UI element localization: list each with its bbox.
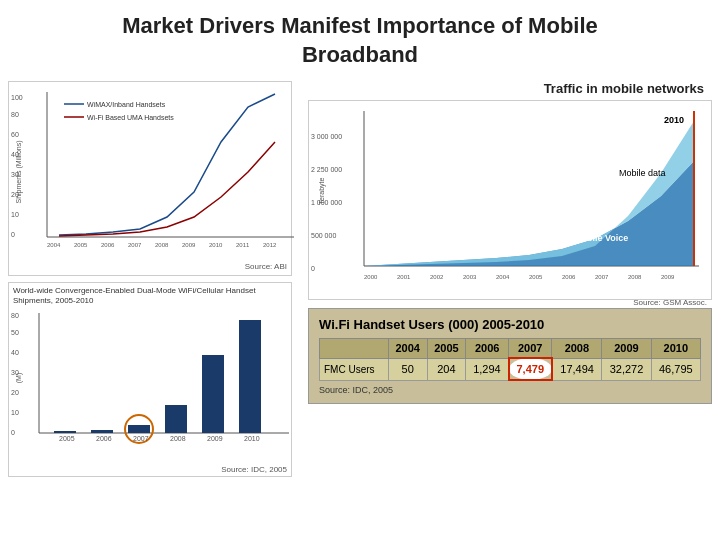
svg-text:50: 50 <box>11 329 19 336</box>
cell-2006: 1,294 <box>466 358 509 380</box>
svg-text:3 000 000: 3 000 000 <box>311 133 342 140</box>
svg-text:2011: 2011 <box>236 242 250 248</box>
svg-text:2009: 2009 <box>207 435 223 442</box>
cell-2005: 204 <box>427 358 466 380</box>
svg-text:80: 80 <box>11 111 19 118</box>
col-header-2007: 2007 <box>509 339 552 359</box>
svg-text:2 250 000: 2 250 000 <box>311 166 342 173</box>
svg-text:0: 0 <box>311 265 315 272</box>
svg-text:2007: 2007 <box>595 274 609 280</box>
svg-text:40: 40 <box>11 349 19 356</box>
svg-text:2010: 2010 <box>244 435 260 442</box>
svg-text:60: 60 <box>11 131 19 138</box>
svg-text:2010: 2010 <box>664 115 684 125</box>
wifi-table-title: Wi.Fi Handset Users (000) 2005-2010 <box>319 317 701 332</box>
cell-2007-highlighted: 7,479 <box>509 358 552 380</box>
traffic-chart-source: Source: GSM Assoc. <box>309 296 711 309</box>
idc-chart-title: World-wide Convergence-Enabled Dual-Mode… <box>9 283 291 308</box>
idc-bar-chart: World-wide Convergence-Enabled Dual-Mode… <box>8 282 292 477</box>
svg-text:100: 100 <box>11 94 23 101</box>
cell-2008: 17,494 <box>552 358 602 380</box>
svg-text:2001: 2001 <box>397 274 411 280</box>
cell-2009: 32,272 <box>602 358 651 380</box>
col-header-2010: 2010 <box>651 339 700 359</box>
page-title: Market Drivers Manifest Importance of Mo… <box>0 0 720 41</box>
svg-text:(M): (M) <box>15 373 23 384</box>
col-header-2009: 2009 <box>602 339 651 359</box>
col-header-label <box>320 339 389 359</box>
cell-2004: 50 <box>388 358 427 380</box>
svg-rect-33 <box>54 431 76 433</box>
svg-text:2008: 2008 <box>628 274 642 280</box>
svg-text:10: 10 <box>11 211 19 218</box>
svg-text:500 000: 500 000 <box>311 232 336 239</box>
svg-text:2006: 2006 <box>96 435 112 442</box>
col-header-2008: 2008 <box>552 339 602 359</box>
svg-text:2007: 2007 <box>128 242 142 248</box>
wifi-table-container: Wi.Fi Handset Users (000) 2005-2010 2004… <box>308 308 712 404</box>
svg-text:2002: 2002 <box>430 274 444 280</box>
svg-text:0: 0 <box>11 231 15 238</box>
cell-2010: 46,795 <box>651 358 700 380</box>
svg-text:2006: 2006 <box>562 274 576 280</box>
svg-text:WiMAX/Inband Handsets: WiMAX/Inband Handsets <box>87 101 166 108</box>
traffic-chart-title: Traffic in mobile networks <box>308 81 712 96</box>
svg-text:Wi-Fi Based UMA Handsets: Wi-Fi Based UMA Handsets <box>87 114 174 121</box>
svg-text:80: 80 <box>11 312 19 319</box>
svg-text:10: 10 <box>11 409 19 416</box>
svg-rect-42 <box>202 355 224 433</box>
svg-text:2009: 2009 <box>182 242 196 248</box>
svg-text:2004: 2004 <box>47 242 61 248</box>
svg-text:2010: 2010 <box>209 242 223 248</box>
svg-text:20: 20 <box>11 389 19 396</box>
svg-text:2009: 2009 <box>661 274 675 280</box>
svg-text:2012: 2012 <box>263 242 277 248</box>
abi-chart-source: Source: ABI <box>9 260 291 273</box>
svg-rect-44 <box>239 320 261 433</box>
col-header-2005: 2005 <box>427 339 466 359</box>
wifi-table: 2004 2005 2006 2007 2008 2009 2010 FMC U… <box>319 338 701 381</box>
svg-rect-35 <box>91 430 113 433</box>
abi-chart: 0 10 20 30 40 60 80 100 2004 2005 2006 2… <box>8 81 292 276</box>
idc-chart-source: Source: IDC, 2005 <box>9 463 291 476</box>
svg-text:2005: 2005 <box>59 435 75 442</box>
svg-text:2006: 2006 <box>101 242 115 248</box>
svg-text:1 000 000: 1 000 000 <box>311 199 342 206</box>
svg-text:2000: 2000 <box>364 274 378 280</box>
svg-text:2004: 2004 <box>496 274 510 280</box>
page-subtitle: Broadband <box>0 41 720 70</box>
svg-text:Mobile data: Mobile data <box>619 168 666 178</box>
svg-text:2005: 2005 <box>74 242 88 248</box>
traffic-chart: 0 500 000 1 000 000 2 250 000 3 000 000 … <box>308 100 712 300</box>
wifi-table-source: Source: IDC, 2005 <box>319 385 701 395</box>
svg-text:2005: 2005 <box>529 274 543 280</box>
svg-text:0: 0 <box>11 429 15 436</box>
svg-text:Shipments (Millions): Shipments (Millions) <box>15 141 23 204</box>
svg-text:2007: 2007 <box>133 435 149 442</box>
col-header-2006: 2006 <box>466 339 509 359</box>
col-header-2004: 2004 <box>388 339 427 359</box>
row-label: FMC Users <box>320 358 389 380</box>
table-row: FMC Users 50 204 1,294 7,479 17,494 32,2… <box>320 358 701 380</box>
svg-text:Mobile Voice: Mobile Voice <box>574 233 628 243</box>
svg-text:2008: 2008 <box>155 242 169 248</box>
svg-text:2008: 2008 <box>170 435 186 442</box>
svg-rect-40 <box>165 405 187 433</box>
svg-text:2003: 2003 <box>463 274 477 280</box>
svg-text:Terabyte: Terabyte <box>318 178 326 205</box>
svg-rect-37 <box>128 425 150 433</box>
